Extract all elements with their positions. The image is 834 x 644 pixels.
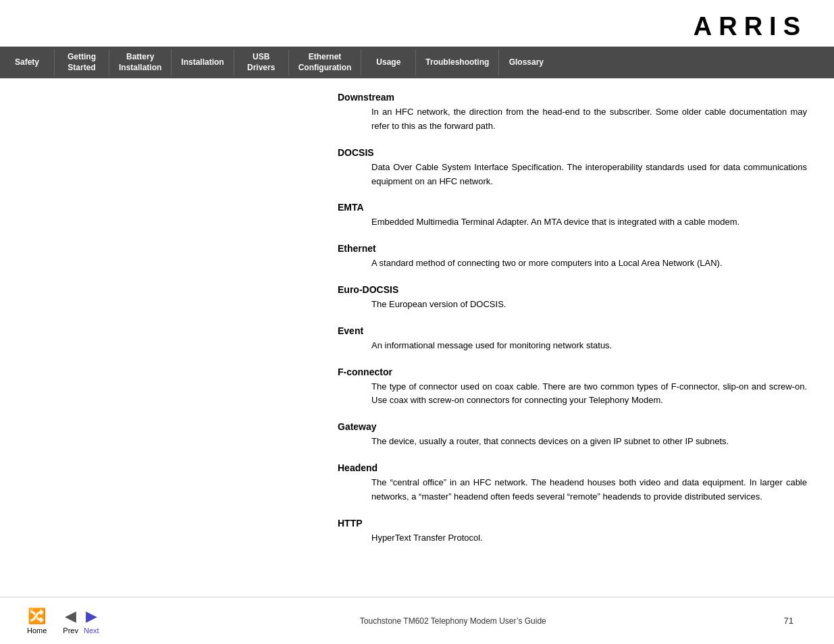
nav-item-battery-installation[interactable]: BatteryInstallation [109, 47, 171, 78]
nav-label-line2: Configuration [298, 63, 352, 74]
nav-bar: SafetyGettingStartedBatteryInstallationI… [0, 47, 834, 78]
main-content: DownstreamIn an HFC network, the directi… [0, 78, 834, 572]
prev-icon: ◀ [65, 608, 76, 625]
nav-item-glossary[interactable]: Glossary [499, 47, 553, 78]
term-title-event: Event [338, 325, 807, 336]
home-icon: 🔀 [28, 608, 46, 625]
nav-item-ethernet-configuration[interactable]: EthernetConfiguration [289, 47, 361, 78]
term-desc-downstream: In an HFC network, the direction from th… [338, 105, 807, 134]
term-title-euro-docsis: Euro-DOCSIS [338, 284, 807, 295]
term-title-emta: EMTA [338, 202, 807, 213]
term-block-f-connector: F-connectorThe type of connector used on… [338, 367, 807, 408]
next-label: Next [84, 626, 99, 635]
term-title-downstream: Downstream [338, 92, 807, 103]
next-icon: ▶ [86, 608, 97, 625]
nav-label-line2: Started [68, 63, 95, 74]
term-title-gateway: Gateway [338, 421, 807, 432]
logo-bar: ARRIS [0, 0, 834, 47]
nav-label-line1: Glossary [509, 57, 544, 68]
term-desc-gateway: The device, usually a router, that conne… [338, 435, 807, 449]
nav-item-troubleshooting[interactable]: Troubleshooting [416, 47, 498, 78]
term-block-headend: HeadendThe “central office” in an HFC ne… [338, 462, 807, 504]
arris-logo: ARRIS [694, 12, 807, 41]
nav-label-line1: Battery [126, 52, 154, 63]
nav-label-line1: Ethernet [309, 52, 342, 63]
footer-title: Touchstone TM602 Telephony Modem User’s … [99, 616, 807, 626]
nav-item-usage[interactable]: Usage [361, 47, 415, 78]
footer-page-number: 71 [784, 616, 793, 626]
term-title-docsis: DOCSIS [338, 147, 807, 158]
term-block-http: HTTPHyperText Transfer Protocol. [338, 518, 807, 545]
term-desc-euro-docsis: The European version of DOCSIS. [338, 298, 807, 312]
footer: 🔀 Home ◀ Prev ▶ Next Touchstone TM602 Te… [0, 597, 834, 644]
nav-label-line2: Drivers [247, 63, 275, 74]
term-block-downstream: DownstreamIn an HFC network, the directi… [338, 92, 807, 134]
term-desc-f-connector: The type of connector used on coax cable… [338, 380, 807, 408]
nav-label-line1: Troubleshooting [425, 57, 489, 68]
term-title-http: HTTP [338, 518, 807, 529]
nav-item-installation[interactable]: Installation [172, 47, 233, 78]
nav-label-line1: Safety [15, 57, 39, 68]
nav-item-safety[interactable]: Safety [0, 47, 54, 78]
nav-label-line1: Usage [376, 57, 400, 68]
term-block-docsis: DOCSISData Over Cable System Interface S… [338, 147, 807, 189]
nav-label-line1: USB [253, 52, 269, 63]
nav-label-line2: Installation [119, 63, 161, 74]
term-desc-emta: Embedded Multimedia Terminal Adapter. An… [338, 215, 807, 230]
nav-label-line1: Getting [68, 52, 96, 63]
nav-item-getting-started[interactable]: GettingStarted [55, 47, 109, 78]
term-block-gateway: GatewayThe device, usually a router, tha… [338, 421, 807, 449]
term-desc-ethernet: A standard method of connecting two or m… [338, 257, 807, 271]
term-desc-docsis: Data Over Cable System Interface Specifi… [338, 161, 807, 189]
term-title-ethernet: Ethernet [338, 243, 807, 254]
nav-label-line1: Installation [181, 57, 224, 68]
term-desc-http: HyperText Transfer Protocol. [338, 531, 807, 545]
term-desc-event: An informational message used for monito… [338, 339, 807, 353]
term-block-ethernet: EthernetA standard method of connecting … [338, 243, 807, 271]
home-label: Home [27, 626, 47, 635]
term-block-emta: EMTAEmbedded Multimedia Terminal Adapter… [338, 202, 807, 230]
prev-button[interactable]: ◀ Prev [63, 608, 78, 635]
term-block-event: EventAn informational message used for m… [338, 325, 807, 353]
term-desc-headend: The “central office” in an HFC network. … [338, 476, 807, 504]
prev-label: Prev [63, 626, 78, 635]
term-title-f-connector: F-connector [338, 367, 807, 377]
term-title-headend: Headend [338, 462, 807, 473]
footer-navigation: 🔀 Home ◀ Prev ▶ Next [27, 608, 99, 635]
term-block-euro-docsis: Euro-DOCSISThe European version of DOCSI… [338, 284, 807, 312]
home-button[interactable]: 🔀 Home [27, 608, 47, 635]
next-button[interactable]: ▶ Next [84, 608, 99, 635]
nav-item-usb-drivers[interactable]: USBDrivers [234, 47, 288, 78]
